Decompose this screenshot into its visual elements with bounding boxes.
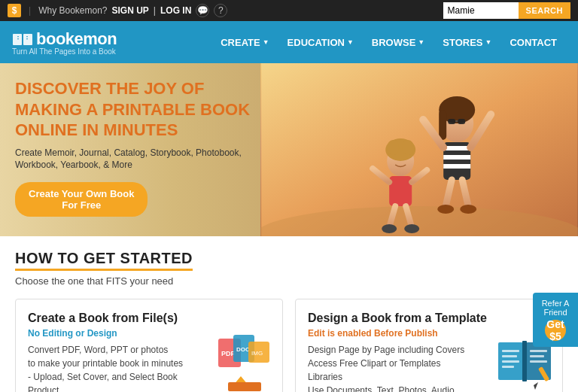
svg-rect-48: [530, 355, 544, 357]
logo-text: bookemon: [36, 29, 117, 49]
nav-create-arrow: ▼: [263, 38, 269, 46]
svg-rect-14: [443, 164, 470, 169]
how-title: HOW TO GET STARTED: [15, 250, 193, 271]
svg-rect-12: [443, 146, 470, 150]
svg-rect-1: [23, 34, 32, 45]
card-from-file: Create a Book from File(s) No Editing or…: [15, 299, 283, 392]
refer-label: Refer A Friend: [537, 299, 573, 317]
hero-section: DISCOVER THE JOY OF MAKING A PRINTABLE B…: [0, 63, 578, 236]
create-book-button[interactable]: Create Your Own Book For Free: [15, 182, 148, 217]
card-from-template: Design a Book from a Template Edit is en…: [295, 299, 563, 392]
chat-icon[interactable]: 💬: [196, 4, 209, 17]
svg-rect-44: [502, 355, 517, 357]
svg-point-20: [402, 140, 414, 155]
search-input[interactable]: [443, 2, 519, 19]
search-bar: SEARCH: [443, 2, 570, 19]
svg-rect-7: [439, 110, 446, 140]
pipe-divider: |: [154, 5, 156, 16]
svg-rect-0: [13, 34, 22, 45]
svg-point-27: [404, 224, 419, 233]
login-link[interactable]: LOG IN: [160, 5, 191, 16]
nav-links: CREATE ▼ EDUCATION ▼ BROWSE ▼ STORES ▼ C…: [211, 21, 566, 63]
svg-point-30: [437, 205, 454, 214]
nav-stores-arrow: ▼: [485, 38, 491, 46]
logo-icon: [12, 32, 33, 47]
nav-create[interactable]: CREATE ▼: [211, 21, 278, 63]
svg-point-26: [382, 224, 397, 233]
svg-text:DOC: DOC: [236, 346, 250, 353]
search-button[interactable]: SEARCH: [519, 2, 570, 19]
card1-text: Convert PDF, Word, PPT or photos to make…: [28, 343, 193, 392]
svg-rect-49: [530, 360, 547, 363]
svg-rect-47: [530, 350, 547, 352]
refer-amount: Get $5: [545, 320, 566, 341]
hero-title: DISCOVER THE JOY OF MAKING A PRINTABLE B…: [15, 78, 274, 141]
hero-subtitle: Create Memoir, Journal, Catalog, Storybo…: [15, 147, 274, 172]
signup-link[interactable]: SIGN UP: [112, 5, 149, 16]
svg-rect-9: [458, 119, 465, 124]
card1-title: Create a Book from File(s): [28, 311, 270, 325]
svg-rect-45: [502, 360, 519, 363]
svg-rect-46: [502, 366, 514, 368]
nav-contact[interactable]: CONTACT: [500, 21, 566, 63]
card1-icon: PDF DOC IMG: [214, 331, 275, 391]
logo[interactable]: bookemon: [12, 29, 117, 49]
divider: |: [29, 5, 31, 16]
svg-rect-8: [448, 119, 455, 124]
main-nav: bookemon Turn All The Pages Into a Book …: [0, 21, 578, 63]
hero-image: [260, 63, 578, 236]
top-bar: $ | Why Bookemon? SIGN UP | LOG IN 💬 ? S…: [0, 0, 578, 21]
svg-point-31: [460, 205, 476, 214]
svg-rect-42: [522, 341, 527, 381]
svg-text:PDF: PDF: [221, 350, 236, 357]
svg-point-19: [387, 140, 399, 155]
how-section: HOW TO GET STARTED Choose the one that F…: [0, 236, 578, 287]
svg-rect-2: [22, 34, 23, 45]
svg-rect-39: [228, 382, 261, 391]
how-subtitle: Choose the one that FITS your need: [15, 275, 563, 287]
svg-rect-13: [443, 155, 470, 160]
nav-education-arrow: ▼: [347, 38, 354, 46]
nav-browse[interactable]: BROWSE ▼: [363, 21, 434, 63]
nav-browse-arrow: ▼: [418, 38, 424, 46]
refer-badge[interactable]: Refer A Friend Get $5: [533, 293, 578, 347]
svg-marker-51: [534, 382, 538, 390]
cards-row: Create a Book from File(s) No Editing or…: [0, 299, 578, 392]
hero-content: DISCOVER THE JOY OF MAKING A PRINTABLE B…: [0, 63, 289, 236]
nav-education[interactable]: EDUCATION ▼: [278, 21, 363, 63]
svg-rect-21: [389, 176, 412, 206]
svg-rect-43: [502, 350, 519, 352]
svg-text:IMG: IMG: [251, 350, 263, 357]
logo-area: bookemon Turn All The Pages Into a Book: [12, 29, 117, 56]
dollar-icon: $: [8, 4, 21, 17]
card2-text: Design Page by Page including Covers Acc…: [308, 343, 473, 392]
nav-stores[interactable]: STORES ▼: [434, 21, 500, 63]
logo-tagline: Turn All The Pages Into a Book: [12, 47, 117, 56]
why-bookemon-link[interactable]: Why Bookemon?: [38, 5, 107, 16]
card2-title: Design a Book from a Template: [308, 311, 550, 325]
help-icon[interactable]: ?: [214, 4, 227, 17]
